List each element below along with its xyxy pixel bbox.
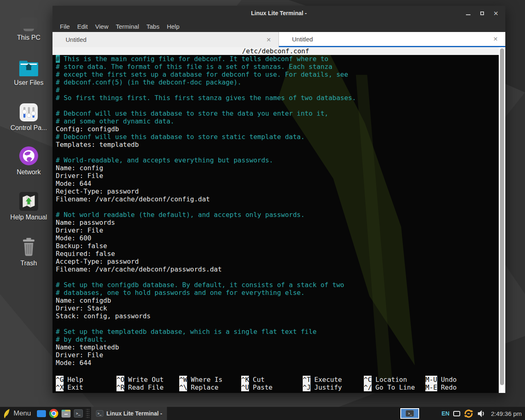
- nano-shortcut: M-ERedo: [425, 383, 499, 391]
- terminal-line: # So first things first. This first stan…: [56, 94, 505, 102]
- clock[interactable]: 2:49:36 pm: [491, 410, 522, 417]
- shortcut-label: Undo: [441, 376, 457, 383]
- terminal-line: # databases, one to hold passwords and o…: [56, 289, 505, 297]
- shortcut-key: ^/: [364, 383, 372, 391]
- desktop-icon-help-manual[interactable]: Help Manual: [4, 189, 53, 221]
- terminal-line: Mode: 644: [56, 359, 505, 367]
- scrollbar-thumb[interactable]: [500, 48, 504, 385]
- desktop-icon-user-files[interactable]: User Files: [4, 55, 53, 87]
- nano-shortcut: ^XExit: [56, 383, 116, 391]
- terminal-scrollbar[interactable]: [499, 47, 505, 393]
- terminal-line: # Set up the configdb database. By defau…: [56, 281, 505, 289]
- desktop-icon-label: This PC: [4, 34, 53, 41]
- system-tray: EN 2:49:36 pm: [441, 409, 525, 418]
- shortcut-key: ^G: [56, 376, 64, 383]
- app-menu-button[interactable]: Menu: [0, 407, 35, 420]
- terminal-line: [56, 273, 505, 281]
- shortcut-label: Replace: [191, 383, 218, 391]
- terminal-line: # Set up the templatedb database, which …: [56, 328, 505, 336]
- terminal-icon: >_: [406, 410, 414, 417]
- menu-help[interactable]: Help: [163, 23, 183, 30]
- terminal-icon: >_: [74, 409, 83, 418]
- terminal-line: Filename: /var/cache/debconf/passwords.d…: [56, 265, 505, 273]
- nano-shortcut: ^UPaste: [241, 383, 303, 391]
- terminal-line: Config: configdb: [56, 125, 505, 133]
- terminal-line: Driver: File: [56, 172, 505, 180]
- terminal-line: # debconf.conf(5) (in the debconf-doc pa…: [56, 78, 505, 86]
- terminal-screen[interactable]: GNU nano 7.2 /etc/debconf.conf # This is…: [52, 47, 505, 393]
- terminal-line: Stack: config, passwords: [56, 312, 505, 320]
- chrome-launcher[interactable]: [48, 407, 60, 420]
- menu-view[interactable]: View: [91, 23, 112, 30]
- shortcut-label: Write Out: [128, 376, 164, 383]
- file-manager-icon: [62, 410, 71, 418]
- nano-shortcut: M-UUndo: [425, 376, 499, 383]
- terminal-line: # by default.: [56, 336, 505, 343]
- close-button[interactable]: ✕: [491, 8, 501, 18]
- nano-file-path: /etc/debconf.conf: [52, 47, 499, 55]
- shortcut-label: Where Is: [191, 376, 222, 383]
- taskbar-window-button[interactable]: >_ Linux Lite Terminal -: [91, 407, 167, 420]
- screen-tray-icon[interactable]: [453, 411, 460, 416]
- shortcut-label: Redo: [441, 383, 457, 391]
- nano-shortcut-row: ^GHelp^OWrite Out^WWhere Is^KCut^TExecut…: [56, 376, 499, 383]
- show-desktop-button[interactable]: [35, 407, 48, 420]
- menu-terminal[interactable]: Terminal: [112, 23, 143, 30]
- taskbar-window-label: Linux Lite Terminal -: [107, 410, 162, 417]
- shortcut-key: M-E: [425, 383, 437, 391]
- nano-footer: ^GHelp^OWrite Out^WWhere Is^KCut^TExecut…: [56, 376, 499, 391]
- desktop-icon-label: User Files: [4, 79, 53, 87]
- shortcut-label: Justify: [314, 383, 342, 391]
- keyboard-layout-indicator[interactable]: EN: [441, 410, 449, 417]
- minimize-button[interactable]: [463, 8, 473, 18]
- terminal-line: # Debconf will use this database to stor…: [56, 110, 505, 117]
- maximize-button[interactable]: [477, 8, 487, 18]
- terminal-line: Templates: templatedb: [56, 141, 505, 148]
- tab-close-icon[interactable]: ✕: [266, 37, 271, 43]
- desktop-icon-label: Help Manual: [4, 214, 53, 221]
- desktop-icon-label: Trash: [4, 260, 53, 267]
- terminal-line: # store data. The format of this file is…: [56, 63, 505, 71]
- desktop-icon-network[interactable]: Network: [4, 144, 53, 176]
- terminal-line: # Not world readable (the default), and …: [56, 211, 505, 219]
- terminal-line: Name: passwords: [56, 219, 505, 226]
- folder-home-icon: [4, 55, 53, 76]
- shortcut-label: Location: [375, 376, 407, 383]
- desktop-icon-control-panel[interactable]: Control Pa...: [4, 100, 53, 132]
- terminal-line: Reject-Type: password: [56, 187, 505, 195]
- shortcut-label: Read File: [128, 383, 164, 391]
- terminal-line: Backup: false: [56, 242, 505, 250]
- panel-separator-handle: [86, 409, 89, 418]
- terminal-line: # World-readable, and accepts everything…: [56, 156, 505, 164]
- menu-file[interactable]: File: [56, 23, 73, 30]
- shortcut-key: ^X: [56, 383, 64, 391]
- desktop-icon-this-pc[interactable]: This PC: [4, 10, 53, 41]
- nano-shortcut: ^WWhere Is: [179, 376, 241, 383]
- shortcut-label: Exit: [67, 383, 83, 391]
- nano-shortcut-row: ^XExit^RRead File^\Replace^UPaste^JJusti…: [56, 383, 499, 391]
- shortcut-key: ^J: [303, 383, 310, 391]
- nano-shortcut: ^KCut: [241, 376, 303, 383]
- maximize-icon: [480, 11, 484, 15]
- terminal-line: Driver: File: [56, 226, 505, 234]
- tab-untitled-2[interactable]: Untitled ✕: [279, 32, 505, 47]
- menu-edit[interactable]: Edit: [73, 23, 91, 30]
- shortcut-key: ^\: [179, 383, 187, 391]
- computer-icon: [4, 10, 53, 31]
- volume-icon[interactable]: [477, 409, 486, 418]
- terminal-line: Driver: File: [56, 351, 505, 359]
- terminal-launcher[interactable]: >_: [72, 407, 84, 420]
- window-titlebar[interactable]: Linux Lite Terminal - ✕: [52, 6, 505, 21]
- tab-close-icon[interactable]: ✕: [493, 36, 498, 42]
- terminal-line: Accept-Type: password: [56, 258, 505, 265]
- menu-tabs[interactable]: Tabs: [143, 23, 163, 30]
- desktop-icon-trash[interactable]: Trash: [4, 235, 53, 267]
- update-manager-icon[interactable]: [464, 409, 473, 418]
- file-manager-launcher[interactable]: [60, 407, 72, 420]
- shortcut-label: Go To Line: [375, 383, 415, 391]
- desktop-icon-label: Network: [4, 169, 53, 176]
- tab-untitled-1[interactable]: Untitled ✕: [52, 32, 279, 47]
- terminal-line: [56, 148, 505, 156]
- text-cursor: #: [56, 55, 60, 63]
- workspace-pager[interactable]: >_: [400, 408, 419, 419]
